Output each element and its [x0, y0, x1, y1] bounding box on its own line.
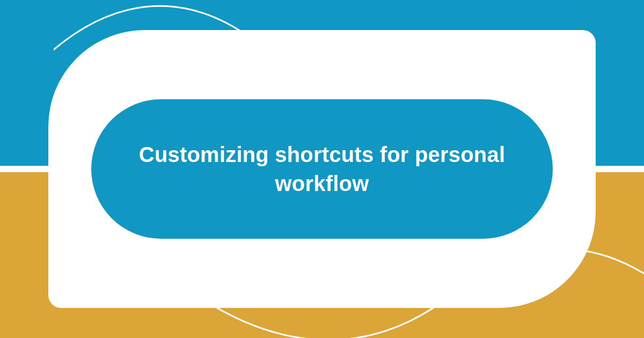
title-card: Customizing shortcuts for personal workf… — [48, 30, 596, 308]
page-title: Customizing shortcuts for personal workf… — [134, 140, 510, 198]
title-pill: Customizing shortcuts for personal workf… — [91, 99, 553, 239]
